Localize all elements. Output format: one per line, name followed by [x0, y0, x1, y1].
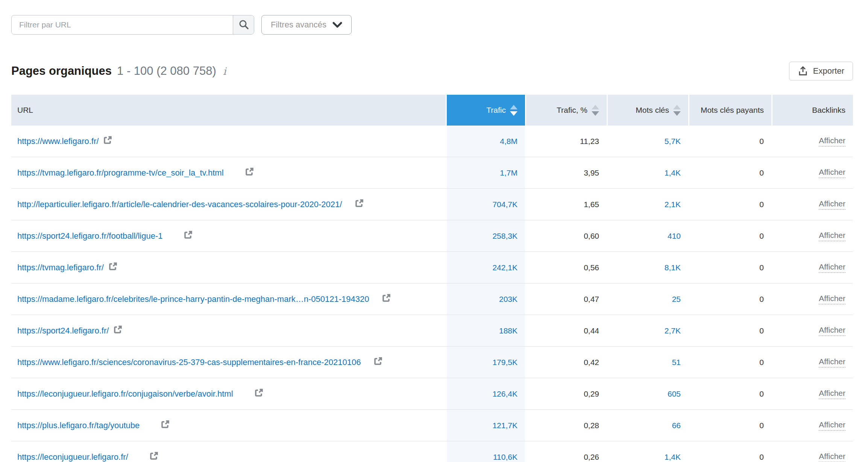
column-header-trafic-pct[interactable]: Trafic, %	[526, 95, 607, 126]
mots-cles-value-link[interactable]: 51	[672, 358, 681, 367]
title-group: Pages organiques 1 - 100 (2 080 758) i	[11, 64, 228, 78]
backlinks-afficher-link[interactable]: Afficher	[819, 231, 845, 241]
backlinks-afficher-link[interactable]: Afficher	[819, 420, 845, 431]
info-icon[interactable]: i	[222, 65, 228, 77]
trafic-value-link[interactable]: 242,1K	[492, 263, 517, 272]
backlinks-afficher-link[interactable]: Afficher	[819, 357, 845, 368]
page-url-link[interactable]: https://sport24.lefigaro.fr/football/lig…	[17, 231, 162, 241]
trafic-value-link[interactable]: 188K	[499, 326, 517, 335]
external-link-icon[interactable]	[113, 325, 122, 336]
page-url-link[interactable]: http://leparticulier.lefigaro.fr/article…	[17, 200, 342, 209]
table-body: https://www.lefigaro.fr/ 4,8M 11,23 5,7K…	[11, 126, 853, 462]
column-header-trafic[interactable]: Trafic	[447, 95, 525, 126]
column-header-mots-cles[interactable]: Mots clés	[608, 95, 688, 126]
mots-cles-payants-value: 0	[689, 410, 771, 441]
backlinks-afficher-link[interactable]: Afficher	[819, 389, 845, 399]
backlinks-afficher-link[interactable]: Afficher	[819, 199, 845, 210]
mots-cles-value-link[interactable]: 5,7K	[665, 137, 681, 146]
mots-cles-value-link[interactable]: 2,1K	[665, 200, 681, 209]
external-link-icon[interactable]	[245, 167, 254, 178]
mots-cles-value-link[interactable]: 1,4K	[665, 453, 681, 462]
backlinks-afficher-link[interactable]: Afficher	[819, 168, 845, 178]
mots-cles-value-link[interactable]: 8,1K	[665, 263, 681, 272]
external-link-icon[interactable]	[149, 451, 158, 462]
backlinks-afficher-link[interactable]: Afficher	[819, 452, 845, 462]
trafic-value-link[interactable]: 1,7M	[500, 168, 517, 177]
export-button-label: Exporter	[813, 66, 844, 76]
external-link-icon[interactable]	[161, 420, 170, 431]
trafic-pct-value: 0,42	[526, 347, 607, 378]
table-row: https://sport24.lefigaro.fr/ 188K 0,44 2…	[11, 315, 853, 347]
export-icon	[798, 66, 808, 76]
table-row: https://madame.lefigaro.fr/celebrites/le…	[11, 283, 853, 315]
sort-arrows-icon	[673, 105, 681, 116]
trafic-value-link[interactable]: 110,6K	[493, 453, 517, 462]
advanced-filters-button[interactable]: Filtres avancés	[261, 15, 352, 35]
column-header-mots-cles-label: Mots clés	[636, 106, 669, 115]
table-header-row: URL Trafic Trafic, % Mots clés M	[11, 95, 853, 126]
backlinks-afficher-link[interactable]: Afficher	[819, 294, 845, 304]
mots-cles-payants-value: 0	[689, 378, 771, 409]
table-row: https://www.lefigaro.fr/sciences/coronav…	[11, 347, 853, 378]
column-header-trafic-pct-label: Trafic, %	[557, 106, 587, 115]
mots-cles-payants-value: 0	[689, 315, 771, 346]
result-range: 1 - 100 (2 080 758)	[117, 64, 216, 78]
mots-cles-value-link[interactable]: 605	[668, 389, 681, 398]
table-row: https://tvmag.lefigaro.fr/programme-tv/c…	[11, 157, 853, 189]
table-row: https://plus.lefigaro.fr/tag/youtube 121…	[11, 410, 853, 441]
organic-pages-table: URL Trafic Trafic, % Mots clés M	[11, 95, 853, 462]
mots-cles-value-link[interactable]: 2,7K	[665, 326, 681, 335]
page-url-link[interactable]: https://plus.lefigaro.fr/tag/youtube	[17, 421, 140, 430]
table-row: https://leconjugueur.lefigaro.fr/conjuga…	[11, 378, 853, 410]
table-row: https://www.lefigaro.fr/ 4,8M 11,23 5,7K…	[11, 126, 853, 157]
advanced-filters-label: Filtres avancés	[271, 20, 326, 30]
title-row: Pages organiques 1 - 100 (2 080 758) i E…	[11, 59, 853, 83]
table-row: http://leparticulier.lefigaro.fr/article…	[11, 189, 853, 220]
export-button[interactable]: Exporter	[789, 62, 853, 80]
page-url-link[interactable]: https://www.lefigaro.fr/	[17, 136, 99, 146]
external-link-icon[interactable]	[382, 294, 391, 304]
trafic-pct-value: 0,26	[526, 441, 607, 462]
trafic-value-link[interactable]: 704,7K	[492, 200, 517, 209]
trafic-pct-value: 0,56	[526, 252, 607, 283]
backlinks-afficher-link[interactable]: Afficher	[819, 136, 845, 147]
page-url-link[interactable]: https://www.lefigaro.fr/sciences/coronav…	[17, 357, 361, 367]
mots-cles-value-link[interactable]: 1,4K	[665, 168, 681, 177]
search-button[interactable]	[233, 15, 254, 34]
mots-cles-payants-value: 0	[689, 347, 771, 378]
column-header-mots-cles-payants: Mots clés payants	[689, 95, 771, 126]
backlinks-afficher-link[interactable]: Afficher	[819, 326, 845, 336]
page-url-link[interactable]: https://madame.lefigaro.fr/celebrites/le…	[17, 294, 369, 304]
trafic-value-link[interactable]: 179,5K	[492, 358, 517, 367]
trafic-value-link[interactable]: 4,8M	[500, 137, 517, 146]
external-link-icon[interactable]	[184, 230, 193, 241]
filter-bar: Filtres avancés	[11, 15, 853, 35]
trafic-value-link[interactable]: 126,4K	[492, 389, 517, 398]
url-filter-input[interactable]	[12, 15, 233, 34]
external-link-icon[interactable]	[254, 388, 263, 399]
trafic-value-link[interactable]: 121,7K	[492, 421, 517, 430]
chevron-down-icon	[332, 21, 342, 28]
page-url-link[interactable]: https://sport24.lefigaro.fr/	[17, 326, 109, 336]
mots-cles-value-link[interactable]: 25	[672, 295, 681, 304]
column-header-mots-cles-payants-label: Mots clés payants	[701, 105, 764, 115]
table-row: https://tvmag.lefigaro.fr/ 242,1K 0,56 8…	[11, 252, 853, 283]
external-link-icon[interactable]	[108, 262, 117, 273]
backlinks-afficher-link[interactable]: Afficher	[819, 262, 845, 273]
mots-cles-value-link[interactable]: 410	[668, 232, 681, 241]
url-filter-group	[11, 15, 254, 35]
page-url-link[interactable]: https://leconjugueur.lefigaro.fr/conjuga…	[17, 389, 233, 399]
mots-cles-payants-value: 0	[689, 157, 771, 188]
external-link-icon[interactable]	[355, 199, 364, 210]
trafic-value-link[interactable]: 203K	[499, 295, 517, 304]
sort-arrows-icon	[510, 105, 517, 116]
mots-cles-value-link[interactable]: 66	[672, 421, 681, 430]
trafic-value-link[interactable]: 258,3K	[492, 232, 517, 241]
page-url-link[interactable]: https://tvmag.lefigaro.fr/programme-tv/c…	[17, 168, 224, 178]
mots-cles-payants-value: 0	[689, 189, 771, 220]
external-link-icon[interactable]	[373, 357, 382, 368]
table-row: https://sport24.lefigaro.fr/football/lig…	[11, 220, 853, 252]
external-link-icon[interactable]	[103, 136, 112, 147]
page-url-link[interactable]: https://tvmag.lefigaro.fr/	[17, 263, 104, 273]
page-url-link[interactable]: https://leconjugueur.lefigaro.fr/	[17, 452, 128, 462]
